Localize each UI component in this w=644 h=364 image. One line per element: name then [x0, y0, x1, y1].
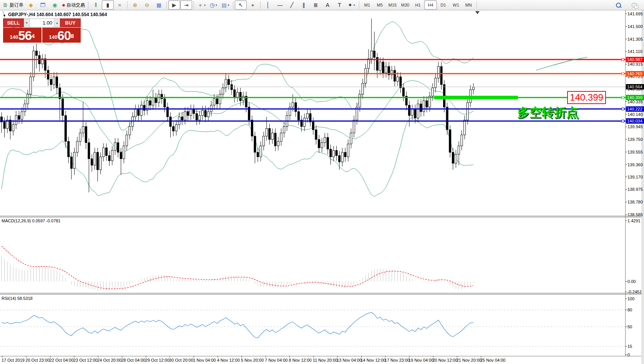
text-label-button[interactable]: T [334, 0, 345, 10]
new-order-button[interactable]: 🗎新订单 [1, 0, 25, 10]
price-marker-label: 140.034 [626, 118, 644, 124]
new-order-button-label: 新订单 [10, 2, 23, 8]
time-axis-label: 8 Nov 12:00 [289, 358, 312, 362]
time-axis-label: 5 Nov 20:00 [241, 358, 264, 362]
tile-windows-button[interactable]: ▦ [153, 0, 165, 10]
time-axis-label: 21 Nov 20:00 [456, 358, 481, 362]
periods-button[interactable]: ◷▾ [207, 0, 219, 10]
volume-input[interactable]: 1.00 [30, 19, 54, 27]
turning-point-annotation-text[interactable]: 多空转折点 [517, 104, 579, 121]
timeframe-mn[interactable]: MN [462, 0, 475, 10]
line-chart-button[interactable]: ≈ [114, 0, 126, 10]
time-axis-label: 22 Oct 04:00 [50, 358, 74, 362]
crosshair-button[interactable]: ＋ [247, 0, 259, 10]
buy-button[interactable]: BUY [60, 18, 81, 27]
timeframe-w1[interactable]: W1 [450, 0, 462, 10]
horizontal-line-button[interactable]: — [274, 0, 286, 10]
indicators-icon: ＋ [198, 2, 203, 8]
chart-shift-icon: ⇥ [184, 2, 189, 8]
price-level-annotation-box[interactable]: 140.399 [567, 91, 606, 104]
time-axis-label: 17 Oct 2019 [2, 358, 25, 362]
scale-tick-label: 141.305 [627, 37, 643, 41]
sell-price-button[interactable]: 140564 [3, 28, 41, 43]
toolbar-separator [359, 1, 359, 9]
timeframe-m15[interactable]: M15 [386, 0, 399, 10]
zoom-in-icon: ⊕ [133, 2, 138, 8]
scale-tick-label: 140.915 [627, 62, 643, 66]
timeframe-m5[interactable]: M5 [373, 0, 386, 10]
auto-scroll-button[interactable]: ▶ [168, 0, 180, 10]
templates-icon: ▤ [221, 2, 226, 8]
candlestick-chart-icon: ▮ [106, 2, 110, 8]
time-axis-label: 14 Nov 12:00 [361, 358, 386, 362]
equidistant-channel-icon: ∥ [302, 2, 305, 8]
vertical-line-button[interactable]: │ [262, 0, 274, 10]
sell-button[interactable]: SELL [3, 18, 24, 27]
one-click-trading-panel: SELL ▼ 1.00 ▲ BUY 140564 140608 [3, 18, 81, 43]
buy-price-point: 8 [71, 30, 74, 42]
timeframe-h1[interactable]: H1 [412, 0, 424, 10]
crosshair-icon: ＋ [250, 2, 256, 8]
sell-price-big-figure: 140 [10, 33, 18, 42]
time-axis-label: 20 Nov 12:00 [432, 358, 457, 362]
arrows-button[interactable]: ✦▾ [345, 0, 357, 10]
timeframe-d1[interactable]: D1 [437, 0, 450, 10]
zoom-out-button[interactable]: ⊖ [141, 0, 153, 10]
cursor-button[interactable]: ↖ [235, 0, 247, 10]
bar-chart-button[interactable]: ‖ [90, 0, 102, 10]
chart-shift-button[interactable]: ⇥ [180, 0, 192, 10]
fibonacci-button[interactable]: ≣ [310, 0, 322, 10]
time-axis-label: 30 Oct 20:00 [169, 358, 193, 362]
time-axis-label: 1 Nov 04:00 [193, 358, 216, 362]
time-axis-label: 28 Oct 04:00 [121, 358, 146, 362]
scale-tick-label: 138.585 [627, 212, 643, 217]
candlestick-chart-button[interactable]: ▮ [102, 0, 114, 10]
dropdown-caret-icon: ▾ [228, 3, 229, 7]
timeframe-h4[interactable]: H4 [424, 0, 437, 10]
timeframe-m1[interactable]: M1 [361, 0, 373, 10]
templates-button[interactable]: ▤▾ [219, 0, 231, 10]
scale-tick-label: 139.555 [627, 150, 643, 154]
toolbar-separator [194, 1, 194, 9]
time-axis-label: 23 Oct 12:00 [73, 358, 98, 362]
volume-decrease-button[interactable]: ▼ [24, 19, 30, 27]
chat-button[interactable] [628, 0, 640, 10]
search-icon [616, 3, 621, 8]
text-button[interactable]: A [322, 0, 334, 10]
bar-chart-icon: ‖ [95, 2, 97, 8]
autotrading-button-label: 自动交易 [66, 2, 85, 8]
collapse-panel-icon[interactable]: ▲ [3, 13, 6, 17]
buy-price-button[interactable]: 140608 [42, 28, 81, 43]
autotrading-button[interactable]: ⏺自动交易 [61, 0, 86, 10]
trendline-button[interactable]: ╱ [286, 0, 298, 10]
time-axis-label: 25 Nov 04:00 [480, 358, 505, 362]
scale-tick-label: -0.2451 [627, 290, 642, 294]
scale-tick-label: 141.695 [627, 12, 643, 16]
scale-tick-label: 139.945 [627, 124, 643, 129]
time-axis-label: 24 Oct 20:00 [97, 358, 121, 362]
scale-tick-label: 80 [627, 308, 632, 312]
time-axis-label: 19 Nov 04:00 [408, 358, 433, 362]
time-axis-label: 17 Nov 23:00 [385, 358, 410, 362]
zoom-in-button[interactable]: ⊕ [129, 0, 141, 10]
strategy-tester-button[interactable]: ◉ [49, 0, 61, 10]
volume-increase-button[interactable]: ▲ [54, 19, 60, 27]
toolbar-separator [260, 1, 261, 9]
terminal-button[interactable]: 🗖 [37, 0, 49, 10]
time-axis-label: 11 Nov 20:00 [313, 358, 338, 362]
buy-price-pips: 60 [57, 29, 71, 42]
text-label-icon: T [338, 2, 341, 8]
timeframe-m30[interactable]: M30 [399, 0, 412, 10]
chat-icon [632, 3, 637, 7]
search-button[interactable] [612, 0, 624, 10]
new-order-icon: 🗎 [3, 2, 8, 8]
equidistant-channel-button[interactable]: ∥ [298, 0, 310, 10]
toolbar: 🗎新订单◆🗖◉⏺自动交易‖▮≈⊕⊖▦▶⇥＋▾◷▾▤▾↖＋│—╱∥≣AT✦▾M1M… [0, 0, 644, 10]
metaeditor-button[interactable]: ◆ [25, 0, 37, 10]
chart-title-text: GBPJPY-,H4 140.604 140.607 140.554 140.5… [8, 12, 107, 17]
chart-canvas[interactable] [0, 0, 644, 364]
volume-stepper: ▼ 1.00 ▲ [24, 18, 60, 27]
terminal-icon: 🗖 [40, 2, 46, 8]
time-axis-label: 13 Nov 04:00 [337, 358, 362, 362]
indicators-button[interactable]: ＋▾ [196, 0, 207, 10]
